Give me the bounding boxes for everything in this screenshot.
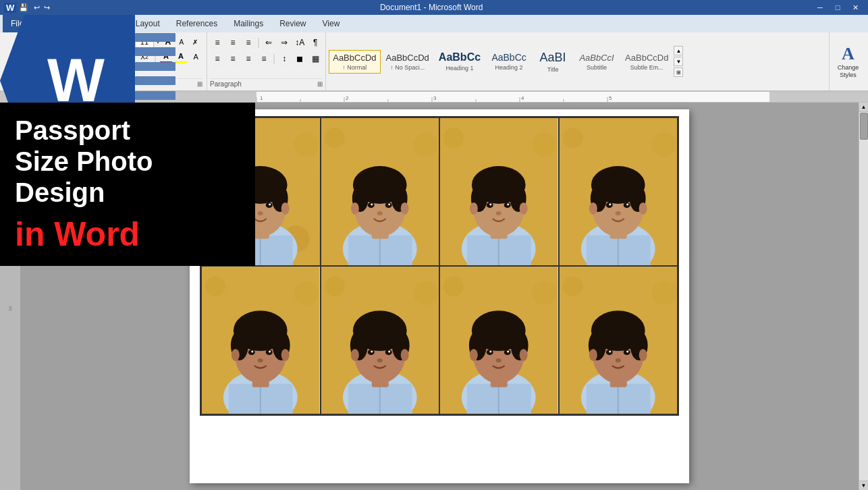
svg-point-68 — [496, 211, 501, 215]
svg-point-49 — [388, 203, 390, 205]
paste-btn[interactable]: 📋 — [13, 38, 36, 60]
tab-references[interactable]: References — [168, 15, 225, 32]
decrease-indent-btn[interactable]: ⇐ — [261, 35, 276, 50]
window-maximize[interactable]: □ — [829, 1, 846, 14]
style-heading2[interactable]: AaBbCc Heading 2 — [486, 49, 532, 74]
ribbon-tabs: File Home Insert Page Layout References … — [0, 15, 868, 32]
svg-point-71 — [651, 132, 676, 157]
svg-point-88 — [205, 276, 225, 296]
scroll-down-btn[interactable]: ▼ — [859, 481, 868, 490]
word-icon: W — [4, 3, 16, 13]
copy-btn[interactable]: ⎘ — [19, 61, 29, 73]
svg-point-35 — [413, 132, 437, 157]
show-marks-btn[interactable]: ¶ — [308, 35, 323, 50]
svg-point-140 — [496, 358, 501, 362]
tab-insert[interactable]: Insert — [70, 15, 106, 32]
font-group-label: Font⊞ — [53, 78, 202, 88]
svg-point-103 — [269, 350, 271, 352]
clear-format-btn[interactable]: ✗ — [189, 36, 201, 48]
overlay-title-line1: Passport — [15, 115, 130, 145]
svg-point-116 — [350, 349, 358, 361]
style-heading2-preview: AaBbCc — [491, 52, 526, 63]
overlay-title-line2: Size Photo — [15, 146, 153, 176]
tab-review[interactable]: Review — [271, 15, 314, 32]
tab-page-layout[interactable]: Page Layout — [106, 15, 167, 32]
svg-point-67 — [507, 203, 509, 205]
strikethrough-btn[interactable]: abc — [104, 50, 121, 63]
style-title-label: Title — [547, 66, 559, 73]
numbering-btn[interactable]: ≡ — [225, 35, 240, 50]
svg-point-86 — [615, 211, 620, 215]
increase-indent-btn[interactable]: ⇒ — [277, 35, 292, 50]
styles-more[interactable]: ⊞ — [674, 67, 683, 77]
svg-point-138 — [489, 350, 491, 352]
align-center-btn[interactable]: ≡ — [225, 51, 240, 66]
font-name-input[interactable] — [53, 35, 127, 49]
change-styles-icon: A — [842, 44, 855, 64]
svg-point-66 — [489, 203, 491, 205]
highlight-btn[interactable]: A — [174, 50, 188, 63]
style-title[interactable]: AaBI Title — [533, 48, 572, 76]
style-heading1[interactable]: AaBbCc Heading 1 — [435, 49, 485, 74]
svg-point-157 — [626, 350, 628, 352]
font-decrease-btn[interactable]: A — [175, 36, 188, 48]
tab-mailings[interactable]: Mailings — [225, 15, 271, 32]
svg-point-63 — [520, 202, 528, 215]
style-no-spacing-label: ↑ No Spaci... — [390, 64, 425, 71]
style-no-spacing[interactable]: AaBbCcDd ↑ No Spaci... — [382, 50, 433, 74]
quick-access-undo[interactable]: ↩ — [31, 3, 43, 12]
text-effects-btn[interactable]: A — [189, 50, 202, 63]
font-name-dropdown[interactable]: ▼ — [128, 39, 134, 45]
svg-point-31 — [269, 203, 271, 205]
svg-point-52 — [443, 128, 464, 148]
borders-btn[interactable]: ▦ — [308, 51, 323, 66]
bullets-btn[interactable]: ≡ — [210, 35, 225, 50]
svg-point-125 — [533, 281, 557, 305]
svg-point-81 — [639, 202, 647, 215]
cut-btn[interactable]: ✂ — [6, 61, 18, 73]
tab-file[interactable]: File — [3, 15, 32, 32]
style-subtitle[interactable]: AaBbCcI Subtitle — [574, 50, 620, 74]
quick-access-save[interactable]: 💾 — [16, 3, 31, 12]
style-heading1-preview: AaBbCc — [439, 51, 481, 63]
window-minimize[interactable]: ─ — [811, 1, 829, 14]
format-painter-btn[interactable]: 🖌 — [30, 61, 43, 73]
tab-view[interactable]: View — [315, 15, 348, 32]
style-subtle-em-preview: AaBbCcDd — [625, 53, 668, 63]
style-subtitle-label: Subtitle — [587, 64, 607, 71]
italic-btn[interactable]: I — [67, 50, 81, 63]
svg-point-27 — [281, 202, 290, 215]
font-color-btn[interactable]: A — [159, 50, 173, 63]
style-subtle-em[interactable]: AaBbCcDd Subtle Em... — [621, 50, 672, 74]
font-increase-btn[interactable]: A — [162, 36, 174, 48]
svg-point-53 — [533, 132, 557, 157]
document-page — [190, 109, 689, 483]
line-spacing-btn[interactable]: ↕ — [277, 51, 292, 66]
styles-scroll-down[interactable]: ▼ — [674, 57, 683, 66]
underline-btn[interactable]: U — [82, 50, 96, 63]
style-normal[interactable]: AaBbCcDd ↑ Normal — [329, 50, 380, 74]
bold-btn[interactable]: B — [53, 50, 66, 63]
shading-btn[interactable]: ◼ — [292, 51, 307, 66]
scroll-up-btn[interactable]: ▲ — [859, 103, 868, 112]
align-right-btn[interactable]: ≡ — [241, 51, 256, 66]
font-size-input[interactable] — [135, 35, 154, 49]
change-styles-btn[interactable]: A ChangeStyles — [830, 32, 867, 90]
font-size-dropdown[interactable]: ▼ — [155, 39, 161, 45]
justify-btn[interactable]: ≡ — [256, 51, 271, 66]
style-no-spacing-preview: AaBbCcDd — [386, 53, 429, 63]
scrollbar-vertical[interactable]: ▲ ▼ — [859, 103, 868, 490]
styles-scroll-up[interactable]: ▲ — [674, 46, 683, 55]
multilevel-btn[interactable]: ≡ — [241, 35, 256, 50]
scroll-thumb[interactable] — [860, 113, 868, 140]
align-left-btn[interactable]: ≡ — [210, 51, 225, 66]
window-close[interactable]: ✕ — [846, 1, 864, 14]
subscript-btn[interactable]: X2 — [123, 50, 136, 63]
svg-point-16 — [294, 132, 319, 157]
tab-home[interactable]: Home — [32, 15, 70, 32]
superscript-btn[interactable]: X2 — [138, 50, 151, 63]
style-normal-preview: AaBbCcDd — [333, 53, 376, 63]
sort-btn[interactable]: ↕A — [292, 35, 307, 50]
quick-access-redo[interactable]: ↪ — [43, 3, 51, 12]
svg-point-98 — [232, 349, 240, 361]
